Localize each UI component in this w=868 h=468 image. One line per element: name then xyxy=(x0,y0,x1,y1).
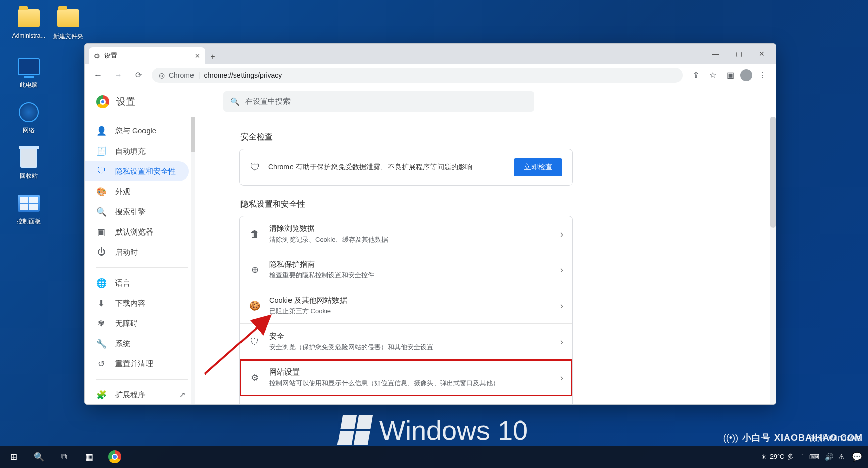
sidebar-item-appearance[interactable]: 🎨外观 xyxy=(85,181,189,202)
power-icon: ⏻ xyxy=(96,247,106,257)
notifications-button[interactable]: 💬 xyxy=(852,446,862,468)
sidebar-item-search-engine[interactable]: 🔍搜索引擎 xyxy=(85,202,189,222)
browser-icon: ▣ xyxy=(96,227,106,238)
desktop-icon-trash[interactable]: 回收站 xyxy=(9,146,49,180)
start-button[interactable]: ⊞ xyxy=(3,446,24,468)
shield-icon: 🛡 xyxy=(249,337,260,347)
reload-button[interactable]: ⟳ xyxy=(131,68,146,82)
desktop-icon-controlpanel[interactable]: 控制面板 xyxy=(9,191,49,226)
close-button[interactable]: ✕ xyxy=(750,46,774,61)
row-site-settings[interactable]: ⚙ 网站设置控制网站可以使用和显示什么信息（如位置信息、摄像头、弹出式窗口及其他… xyxy=(240,360,572,396)
sidepanel-icon[interactable]: ▣ xyxy=(723,68,737,82)
desktop-icon-mypc[interactable]: 此电脑 xyxy=(9,55,49,89)
sidebar-item-default-browser[interactable]: ▣默认浏览器 xyxy=(85,222,189,242)
watermark-brand: ((•)) 小白号 XIAOBAIHAO.COM xyxy=(723,432,863,444)
desktop-icon-network[interactable]: 网络 xyxy=(9,100,49,135)
sidebar-item-extensions[interactable]: 🧩扩展程序↗ xyxy=(85,385,189,404)
watermark-text: 小白号 XIAOBAIHAO.COM xyxy=(742,432,863,444)
sliders-icon: ⚙ xyxy=(249,372,260,383)
sidebar-item-autofill[interactable]: 🧾自动填充 xyxy=(85,141,189,161)
sidebar-item-reset[interactable]: ↺重置并清理 xyxy=(85,354,189,374)
download-icon: ⬇ xyxy=(96,298,106,309)
run-safety-check-button[interactable]: 立即检查 xyxy=(514,158,562,176)
sidebar-item-system[interactable]: 🔧系统 xyxy=(85,334,189,354)
sidebar-item-languages[interactable]: 🌐语言 xyxy=(85,273,189,293)
address-bar: ← → ⟳ ◎ Chrome | chrome://settings/priva… xyxy=(85,64,776,86)
tray-chevron-up-icon[interactable]: ˄ xyxy=(801,453,804,461)
settings-sidebar: 👤您与 Google 🧾自动填充 🛡隐私设置和安全性 🎨外观 🔍搜索引擎 ▣默认… xyxy=(85,117,195,404)
safety-check-card: 🛡 Chrome 有助于保护您免受数据泄露、不良扩展程序等问题的影响 立即检查 xyxy=(239,149,573,186)
warning-icon[interactable]: ⚠ xyxy=(838,453,845,461)
chrome-icon: ◎ xyxy=(159,71,165,79)
ime-icon[interactable]: ⌨ xyxy=(809,453,819,461)
task-view-button[interactable]: ⧉ xyxy=(54,446,75,468)
windows-wordmark: Windows 10 xyxy=(340,414,528,446)
kebab-menu-icon[interactable]: ⋮ xyxy=(755,68,769,82)
settings-content: 设置 🔍 在设置中搜索 👤您与 Google 🧾自动填充 🛡隐私设置和安全性 🎨… xyxy=(85,86,776,404)
palette-icon: 🎨 xyxy=(96,186,106,197)
clipboard-icon: 🧾 xyxy=(96,146,106,157)
globe-icon: 🌐 xyxy=(96,278,106,289)
person-icon: 👤 xyxy=(96,126,106,136)
sidebar-item-you-and-google[interactable]: 👤您与 Google xyxy=(85,121,189,141)
sidebar-item-accessibility[interactable]: ✾无障碍 xyxy=(85,313,189,334)
desktop-icon-admin[interactable]: Administra... xyxy=(9,6,49,39)
row-privacy-guide[interactable]: ⊕ 隐私保护指南检查重要的隐私控制设置和安全控件 › xyxy=(240,252,572,288)
sidebar-item-privacy[interactable]: 🛡隐私设置和安全性 xyxy=(85,161,189,181)
search-icon: 🔍 xyxy=(96,207,106,217)
omnibox-url: chrome://settings/privacy xyxy=(204,71,282,79)
broadcast-icon: ((•)) xyxy=(723,433,738,443)
reset-icon: ↺ xyxy=(96,359,106,369)
chevron-right-icon: › xyxy=(560,229,563,240)
chevron-right-icon: › xyxy=(560,265,563,275)
sun-icon: ☀ xyxy=(761,453,767,461)
settings-title: 设置 xyxy=(116,95,135,108)
chevron-right-icon: › xyxy=(560,372,563,383)
main-scrollbar[interactable] xyxy=(770,117,776,404)
new-tab-button[interactable]: + xyxy=(205,49,220,64)
omnibox[interactable]: ◎ Chrome | chrome://settings/privacy xyxy=(152,68,683,83)
tab-settings[interactable]: ⚙ 设置 ✕ xyxy=(89,47,205,64)
taskbar-chrome[interactable] xyxy=(104,446,125,468)
row-clear-browsing-data[interactable]: 🗑 清除浏览数据清除浏览记录、Cookie、缓存及其他数据 › xyxy=(240,216,572,252)
accessibility-icon: ✾ xyxy=(96,318,106,329)
windows-text: Windows 10 xyxy=(379,414,528,446)
row-privacy-sandbox[interactable]: ⚗ 隐私沙盒试用版功能已开启 ↗ xyxy=(240,396,572,404)
bookmark-icon[interactable]: ☆ xyxy=(706,68,720,82)
maximize-button[interactable]: ▢ xyxy=(727,46,750,61)
weather-temp: 29°C xyxy=(770,453,784,460)
back-button[interactable]: ← xyxy=(91,68,105,82)
sidebar-item-downloads[interactable]: ⬇下载内容 xyxy=(85,293,189,313)
desktop-icon-label: 回收站 xyxy=(9,172,49,180)
apps-grid-button[interactable]: ▦ xyxy=(79,446,100,468)
taskbar: ⊞ 🔍 ⧉ ▦ ☀ 29°C 多 ˄ ⌨ 🔊 ⚠ 💬 xyxy=(0,446,868,468)
row-security[interactable]: 🛡 安全安全浏览（保护您免受危险网站的侵害）和其他安全设置 › xyxy=(240,324,572,360)
profile-avatar[interactable] xyxy=(740,69,752,81)
desktop-icon-label: 此电脑 xyxy=(9,81,49,89)
forward-button[interactable]: → xyxy=(111,68,125,82)
sidebar-scrollbar[interactable] xyxy=(191,117,195,404)
toolbar-right: ⇪ ☆ ▣ ⋮ xyxy=(689,68,769,82)
cookie-icon: 🍪 xyxy=(249,300,260,311)
system-tray[interactable]: ˄ ⌨ 🔊 ⚠ xyxy=(801,453,845,461)
tab-title: 设置 xyxy=(104,51,117,60)
volume-icon[interactable]: 🔊 xyxy=(825,453,833,461)
weather-label: 多 xyxy=(787,453,794,461)
sidebar-item-on-startup[interactable]: ⏻启动时 xyxy=(85,242,189,262)
chrome-icon xyxy=(108,450,121,463)
share-icon[interactable]: ⇪ xyxy=(689,68,703,82)
desktop-icon-label: 网络 xyxy=(9,126,49,135)
chevron-right-icon: › xyxy=(560,301,563,311)
settings-header: 设置 🔍 在设置中搜索 xyxy=(85,86,776,117)
tab-close-icon[interactable]: ✕ xyxy=(195,52,200,60)
taskbar-weather[interactable]: ☀ 29°C 多 xyxy=(761,453,794,461)
desktop-icon-newfolder[interactable]: 新建文件夹 xyxy=(49,6,88,41)
settings-main: 安全检查 🛡 Chrome 有助于保护您免受数据泄露、不良扩展程序等问题的影响 … xyxy=(195,117,776,404)
settings-search[interactable]: 🔍 在设置中搜索 xyxy=(223,91,534,112)
desktop-icon-label: Administra... xyxy=(9,32,49,39)
row-cookies[interactable]: 🍪 Cookie 及其他网站数据已阻止第三方 Cookie › xyxy=(240,288,572,324)
minimize-button[interactable]: — xyxy=(704,46,727,61)
guide-icon: ⊕ xyxy=(249,264,260,275)
search-button[interactable]: 🔍 xyxy=(28,446,50,468)
safety-check-heading: 安全检查 xyxy=(240,132,573,143)
